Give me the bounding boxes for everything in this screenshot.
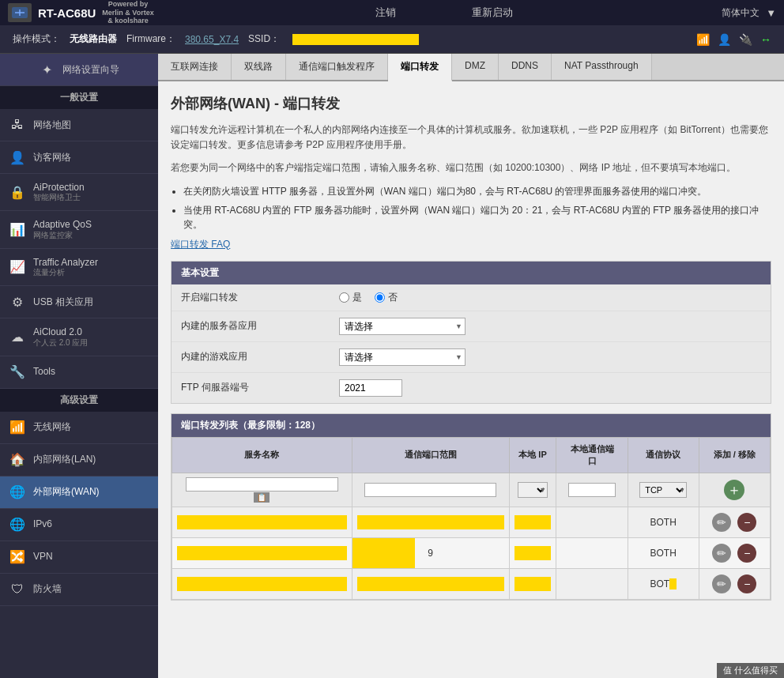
nav-register[interactable]: 注销 xyxy=(369,2,402,23)
tab-portfwd[interactable]: 端口转发 xyxy=(388,54,452,81)
brand-name: RT-AC68U xyxy=(38,6,96,20)
sidebar-item-firewall[interactable]: 🛡 防火墙 xyxy=(0,574,158,606)
input-protocol-select[interactable]: TCP UDP BOTH xyxy=(639,482,687,498)
row1-edit-button[interactable]: ✏ xyxy=(712,513,731,532)
input-service-name[interactable] xyxy=(186,477,338,492)
radio-no-input[interactable] xyxy=(375,292,385,303)
aicloud-icon: ☁ xyxy=(9,329,25,345)
tab-dmz[interactable]: DMZ xyxy=(452,54,499,80)
game-apps-select[interactable]: 请选择 xyxy=(339,348,466,366)
logo-icon xyxy=(8,3,32,22)
row1-delete-button[interactable]: − xyxy=(737,513,756,532)
main-layout: ✦ 网络设置向导 一般设置 🖧 网络地图 👤 访客网络 🔒 AiProtecti… xyxy=(0,54,784,678)
row3-service xyxy=(172,568,352,599)
sidebar-item-traffic-analyzer[interactable]: 📈 Traffic Analyzer 流量分析 xyxy=(0,249,158,286)
ipv6-icon: 🌐 xyxy=(9,517,25,533)
add-rule-button[interactable]: ＋ xyxy=(724,480,744,500)
radio-no[interactable]: 否 xyxy=(375,291,398,304)
tab-dual[interactable]: 双线路 xyxy=(232,54,286,80)
row2-action: ✏ − xyxy=(699,537,770,568)
sidebar-item-aiprotection[interactable]: 🔒 AiProtection 智能网络卫士 xyxy=(0,174,158,211)
row3-local-ip xyxy=(509,568,556,599)
ssid-value xyxy=(292,34,419,45)
lan-icon: 🏠 xyxy=(9,452,25,468)
sidebar-item-wireless[interactable]: 📶 无线网络 xyxy=(0,412,158,444)
sidebar-item-ipv6[interactable]: 🌐 IPv6 xyxy=(0,509,158,541)
sidebar-item-setup-wizard[interactable]: ✦ 网络设置向导 xyxy=(0,54,158,86)
dropdown-icon[interactable]: ▼ xyxy=(766,7,776,19)
ftp-port-control xyxy=(339,379,402,397)
radio-yes-label: 是 xyxy=(352,291,362,304)
input-local-port[interactable] xyxy=(568,483,616,497)
sidebar-item-sublabel: 网络监控家 xyxy=(33,231,92,240)
network-icon: ↔ xyxy=(760,33,771,46)
sidebar-item-label: Tools xyxy=(33,366,55,377)
watermark-bar: 值 什么值得买 xyxy=(717,663,784,678)
bullet-item-2: 当使用 RT-AC68U 内置的 FTP 服务器功能时，设置外网（WAN 端口）… xyxy=(183,203,771,232)
row2-port-range: 9 xyxy=(352,537,509,568)
aiprotection-icon: 🔒 xyxy=(9,184,25,200)
server-apps-select[interactable]: 请选择 xyxy=(339,318,466,335)
sidebar-item-guest-network[interactable]: 👤 访客网络 xyxy=(0,141,158,174)
col-action: 添加 / 移除 xyxy=(699,437,770,473)
wan-icon: 🌐 xyxy=(9,484,25,500)
ftp-port-label: FTP 伺服器端号 xyxy=(181,381,339,394)
sidebar-item-label: AiCloud 2.0 xyxy=(33,326,88,337)
input-local-ip-select[interactable] xyxy=(518,482,548,498)
table-row: BOTH ✏ − xyxy=(172,507,771,537)
input-action-cell: ＋ xyxy=(699,473,770,507)
row3-delete-button[interactable]: − xyxy=(737,574,756,593)
service-browse-btn[interactable]: 📋 xyxy=(254,492,270,503)
description1: 端口转发允许远程计算机在一个私人的内部网络内连接至一个具体的计算机或服务。欲加速… xyxy=(171,122,771,153)
basic-settings-header: 基本设置 xyxy=(172,262,771,284)
faq-link[interactable]: 端口转发 FAQ xyxy=(171,238,771,251)
enable-control: 是 否 xyxy=(339,291,398,304)
tab-natpt[interactable]: NAT Passthrough xyxy=(552,54,652,80)
game-apps-control: 请选择 xyxy=(339,348,466,366)
firmware-label: Firmware： xyxy=(126,32,175,46)
input-port-range[interactable] xyxy=(364,483,496,497)
nav-reboot[interactable]: 重新启动 xyxy=(466,2,519,23)
row1-action-btns: ✏ − xyxy=(704,511,765,533)
top-right: 简体中文 ▼ xyxy=(722,6,776,20)
tools-icon: 🔧 xyxy=(9,364,25,380)
bullet-list: 在关闭防火墙设置 HTTP 服务器，且设置外网（WAN 端口）端口为80，会与 … xyxy=(183,184,771,232)
sidebar-item-tools[interactable]: 🔧 Tools xyxy=(0,356,158,389)
row2-edit-button[interactable]: ✏ xyxy=(712,544,731,563)
top-bar: RT-AC68U Powered byMerlin & Vortex& kool… xyxy=(0,0,784,25)
vpn-icon: 🔀 xyxy=(9,549,25,565)
sidebar-item-wan[interactable]: 🌐 外部网络(WAN) xyxy=(0,476,158,509)
radio-yes-input[interactable] xyxy=(339,292,349,303)
tab-serial[interactable]: 通信端口触发程序 xyxy=(286,54,388,80)
mode-value: 无线路由器 xyxy=(70,32,117,46)
ftp-port-input[interactable] xyxy=(339,379,402,397)
row3-edit-button[interactable]: ✏ xyxy=(712,574,731,593)
firewall-icon: 🛡 xyxy=(9,582,25,597)
col-protocol: 通信协议 xyxy=(628,437,699,473)
page-title: 外部网络(WAN) - 端口转发 xyxy=(171,94,771,113)
status-bar: 操作模式： 无线路由器 Firmware： 380.65_X7.4 SSID： … xyxy=(0,25,784,54)
tab-ddns[interactable]: DDNS xyxy=(499,54,552,80)
game-apps-select-wrapper: 请选择 xyxy=(339,348,466,366)
row1-action: ✏ − xyxy=(699,507,770,537)
sidebar-item-usb-apps[interactable]: ⚙ USB 相关应用 xyxy=(0,286,158,318)
row2-delete-button[interactable]: − xyxy=(737,544,756,563)
language-selector[interactable]: 简体中文 xyxy=(722,6,760,20)
sidebar-item-adaptive-qos[interactable]: 📊 Adaptive QoS 网络监控家 xyxy=(0,211,158,248)
radio-yes[interactable]: 是 xyxy=(339,291,362,304)
bullet-item-1: 在关闭防火墙设置 HTTP 服务器，且设置外网（WAN 端口）端口为80，会与 … xyxy=(183,184,771,198)
sidebar-item-label: AiProtection xyxy=(33,182,85,193)
sidebar-item-sublabel: 智能网络卫士 xyxy=(33,193,85,202)
watermark-text: 值 什么值得买 xyxy=(723,665,778,675)
sidebar-item-label: 内部网络(LAN) xyxy=(33,454,96,465)
row3-action-btns: ✏ − xyxy=(704,573,765,595)
sidebar-item-vpn[interactable]: 🔀 VPN xyxy=(0,541,158,574)
sidebar-item-network-map[interactable]: 🖧 网络地图 xyxy=(0,109,158,141)
sidebar-item-aicloud[interactable]: ☁ AiCloud 2.0 个人云 2.0 应用 xyxy=(0,318,158,356)
sidebar-item-lan[interactable]: 🏠 内部网络(LAN) xyxy=(0,444,158,476)
sidebar-item-label-setup: 网络设置向导 xyxy=(62,63,119,77)
powered-by-text: Powered byMerlin & Vortex& koolshare xyxy=(102,0,153,25)
sidebar-item-label: Traffic Analyzer xyxy=(33,257,98,268)
firmware-link[interactable]: 380.65_X7.4 xyxy=(185,34,239,45)
tab-internet[interactable]: 互联网连接 xyxy=(158,54,232,80)
